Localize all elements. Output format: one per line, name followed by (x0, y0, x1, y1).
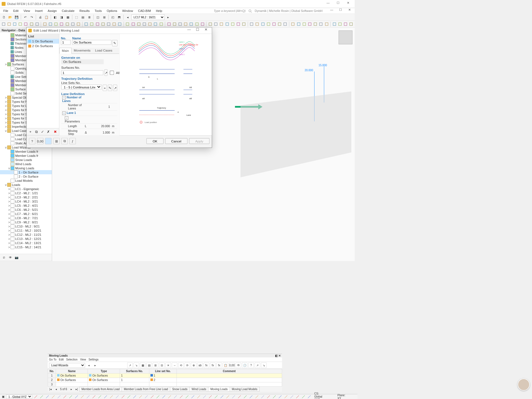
tool-icon[interactable] (48, 21, 53, 27)
tool-icon[interactable] (159, 21, 163, 27)
tool-icon[interactable] (291, 21, 295, 27)
tree-node[interactable]: >LC13 - ML2 : 12/21 (0, 237, 52, 241)
list-check-icon[interactable]: ✓ (40, 129, 45, 135)
tool-icon[interactable] (343, 21, 348, 27)
open-icon[interactable]: 📂 (7, 14, 13, 20)
tool-icon[interactable] (142, 21, 147, 27)
tool-icon[interactable] (117, 21, 122, 27)
tree-node[interactable]: Member Loads fr (0, 154, 52, 158)
tool-icon[interactable] (302, 21, 306, 27)
lc-next-icon[interactable]: ▸ (165, 14, 171, 20)
tool-icon[interactable] (125, 21, 130, 27)
tool-icon[interactable] (24, 21, 28, 27)
tree-node[interactable]: >LC4 - ML2 : 3/21 (0, 199, 52, 203)
surfaces-no-input[interactable] (61, 70, 103, 75)
menu-calculate[interactable]: Calculate (60, 9, 77, 13)
tool-icon[interactable] (225, 21, 229, 27)
tool-icon[interactable] (313, 21, 318, 27)
tb-icon-3[interactable]: ▦ (65, 14, 71, 20)
tool-icon[interactable] (54, 21, 58, 27)
tool-icon[interactable] (255, 21, 260, 27)
tree-node[interactable]: >LC6 - ML2 : 5/21 (0, 208, 52, 212)
tb-icon[interactable]: ◧ (52, 14, 58, 20)
menu-options[interactable]: Options (104, 9, 119, 13)
menu-view[interactable]: View (21, 9, 32, 13)
ok-button[interactable]: OK (147, 138, 163, 144)
list-uncheck-icon[interactable]: ✗ (46, 129, 51, 135)
tool-icon[interactable] (272, 21, 276, 27)
nav-eye-icon[interactable]: 👁 (7, 255, 13, 260)
lc-combo[interactable]: LC17 ML2 : 16/21 (131, 14, 165, 20)
minimize-button[interactable]: — (323, 1, 333, 7)
tree-node[interactable]: >LC5 - ML2 : 4/21 (0, 203, 52, 208)
tb-icon-8[interactable]: ⊞ (101, 14, 107, 20)
tool-icon[interactable] (89, 21, 94, 27)
tree-node[interactable]: Snow Loads (0, 158, 52, 162)
tree-node[interactable]: Wind Loads (0, 162, 52, 166)
no-input[interactable] (61, 40, 71, 45)
search-icon[interactable] (248, 9, 252, 13)
tb-icon-6[interactable]: ≣ (86, 14, 92, 20)
tool-icon[interactable] (296, 21, 301, 27)
tool-icon[interactable] (200, 21, 205, 27)
tool-icon[interactable] (59, 21, 64, 27)
tree-node[interactable]: Load Models (0, 178, 52, 183)
menu-edit[interactable]: Edit (11, 9, 21, 13)
tb-icon-10[interactable]: ⬒ (116, 14, 122, 20)
linesets-combo[interactable]: 1 - 5 | Continuous Lines (61, 85, 102, 89)
panel-min-icon[interactable]: — (328, 7, 336, 14)
lineset-new-icon[interactable]: + (103, 85, 107, 91)
tool-icon[interactable] (219, 21, 224, 27)
tb-icon-5[interactable]: ▤ (80, 14, 86, 20)
name-edit-icon[interactable]: ✎ (112, 40, 117, 46)
units-icon[interactable]: 0,00 (37, 138, 44, 144)
menu-file[interactable]: File (1, 9, 11, 13)
tree-node[interactable]: 2 - On Surface (0, 174, 52, 178)
tool-icon[interactable] (319, 21, 323, 27)
tool-icon[interactable] (131, 21, 135, 27)
tool-icon[interactable] (189, 21, 194, 27)
tool-icon[interactable] (18, 21, 23, 27)
tool-icon[interactable] (95, 21, 100, 27)
tool-icon[interactable] (42, 21, 47, 27)
new-icon[interactable]: 🗋 (1, 14, 7, 20)
menu-window[interactable]: Window (120, 9, 135, 13)
lane-grid[interactable]: -Number of LanesNumber of Lanes1-Lane 1-… (61, 95, 117, 135)
view-cube[interactable] (339, 30, 352, 44)
panel-close-icon[interactable]: ✕ (345, 7, 354, 14)
panel-max-icon[interactable]: ☐ (336, 7, 345, 14)
tree-node[interactable]: >LC11 - ML2 : 10/21 (0, 228, 52, 232)
tool-icon[interactable] (260, 21, 265, 27)
tool-icon[interactable] (106, 21, 111, 27)
tool-icon[interactable] (153, 21, 158, 27)
dialog-max-button[interactable]: ☐ (193, 27, 202, 34)
tool-icon[interactable] (178, 21, 182, 27)
tree-node[interactable]: >LC10 - ML2 : 9/21 (0, 224, 52, 228)
color-icon[interactable] (45, 138, 52, 144)
tree-node[interactable]: >LC7 - ML2 : 6/21 (0, 212, 52, 216)
tool-icon[interactable] (208, 21, 213, 27)
tool-icon[interactable] (332, 21, 337, 27)
print-icon[interactable]: 🖨 (37, 14, 43, 20)
tool-icon[interactable] (283, 21, 288, 27)
close-button[interactable]: ✕ (343, 1, 353, 7)
tool-icon[interactable] (29, 21, 34, 27)
list-new-icon[interactable]: + (28, 129, 33, 135)
tool-icon[interactable] (148, 21, 152, 27)
tree-node[interactable]: 1 - On Surface (0, 170, 52, 174)
tool-icon[interactable] (230, 21, 235, 27)
script-icon[interactable]: ƒ (69, 138, 76, 144)
dialog-min-button[interactable]: — (185, 27, 193, 34)
name-input[interactable] (72, 40, 111, 45)
tool-icon[interactable] (183, 21, 188, 27)
lc-prev-icon[interactable]: ◂ (125, 14, 131, 20)
list-item[interactable]: 2On Surfaces (27, 44, 59, 49)
tree-node[interactable]: >LC9 - ML2 : 8/21 (0, 220, 52, 224)
tool-icon[interactable] (172, 21, 177, 27)
menu-insert[interactable]: Insert (33, 9, 45, 13)
menu-results[interactable]: Results (77, 9, 92, 13)
nav-cam-icon[interactable]: 📷 (14, 255, 19, 260)
tree-node[interactable]: >LC14 - ML2 : 13/21 (0, 241, 52, 245)
tab-main[interactable]: Main (59, 48, 71, 54)
menu-assign[interactable]: Assign (45, 9, 59, 13)
